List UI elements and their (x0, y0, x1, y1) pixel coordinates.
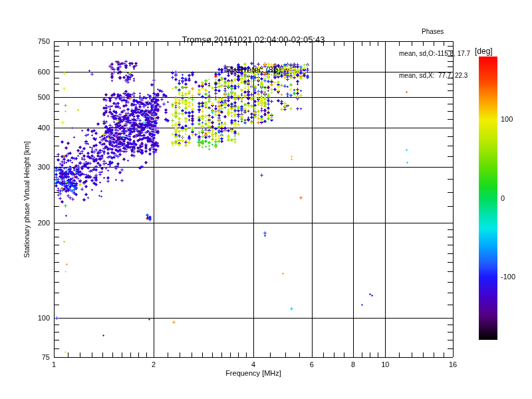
y-tick-label: 200 (27, 219, 50, 227)
phase-stats-title: Phases (399, 28, 512, 35)
phase-stats-omode: mean, sd,O:-115.8, 17.7 (399, 50, 512, 57)
y-tick-label: 400 (27, 124, 50, 132)
colorbar-tick-label: 0 (501, 194, 505, 202)
colorbar-tick-label: -100 (501, 273, 515, 281)
ionogram-figure: Tromsø 20161021 02:04:00-02:05:43 RwPret… (0, 0, 532, 399)
x-tick-label: 6 (310, 360, 314, 368)
page-subtitle: RwPretec (8p) (54, 65, 453, 74)
x-tick-label: 8 (351, 360, 355, 368)
phase-stats-block: Phases mean, sd,O:-115.8, 17.7 mean, sd,… (399, 13, 512, 94)
colorbar-unit-label: [deg] (475, 47, 493, 56)
y-tick-label: 300 (27, 163, 50, 171)
colorbar-tick-label: 100 (501, 115, 513, 123)
x-tick-label: 1 (52, 360, 56, 368)
title-block: Tromsø 20161021 02:04:00-02:05:43 RwPret… (54, 15, 453, 94)
x-tick-label: 4 (251, 360, 255, 368)
x-tick-label: 2 (152, 360, 156, 368)
x-axis-label: Frequency [MHz] (54, 369, 453, 377)
y-tick-label: 100 (27, 314, 50, 322)
y-tick-label: 600 (27, 68, 50, 76)
y-tick-label: 500 (27, 93, 50, 101)
phase-stats-xmode: mean, sd,X: 77.7, 22.3 (399, 72, 512, 79)
page-title: Tromsø 20161021 02:04:00-02:05:43 (54, 35, 453, 45)
y-tick-label: 750 (27, 37, 50, 45)
x-tick-label: 16 (449, 360, 457, 368)
x-tick-label: 10 (381, 360, 389, 368)
y-axis-label: Stationary phase Virtual Height [km] (23, 43, 31, 356)
y-tick-label: 75 (27, 353, 50, 361)
